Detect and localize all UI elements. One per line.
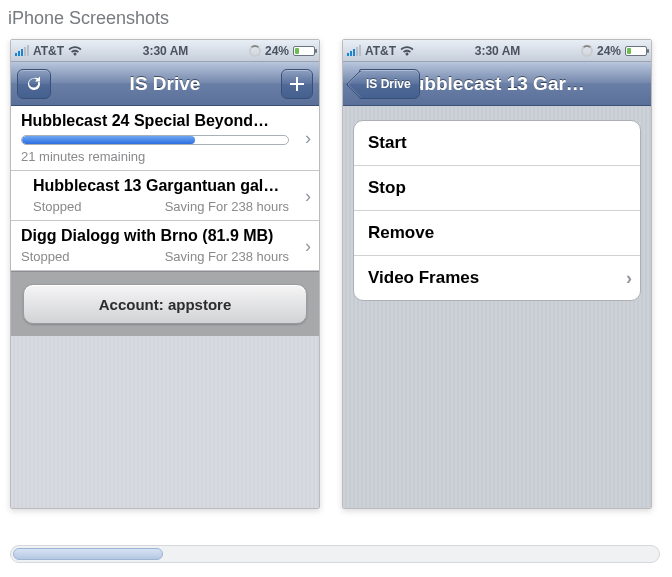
page-heading: iPhone Screenshots xyxy=(0,0,672,39)
chevron-right-icon: › xyxy=(626,268,632,289)
screenshot-1: AT&T 3:30 AM 24% IS Drive Hub xyxy=(10,39,320,509)
refresh-button[interactable] xyxy=(17,69,51,99)
battery-percent: 24% xyxy=(265,44,289,58)
battery-icon xyxy=(625,46,647,56)
nav-bar: IS Drive xyxy=(11,62,319,106)
wifi-icon xyxy=(400,46,414,56)
item-status-left: Stopped xyxy=(33,199,81,214)
action-remove[interactable]: Remove xyxy=(354,211,640,256)
clock-label: 3:30 AM xyxy=(414,44,581,58)
nav-title: IS Drive xyxy=(11,73,319,95)
plus-icon xyxy=(290,77,304,91)
scrollbar-thumb[interactable] xyxy=(13,548,163,560)
back-button[interactable]: IS Drive xyxy=(359,69,420,99)
item-status-left: Stopped xyxy=(21,249,69,264)
action-label: Remove xyxy=(368,223,434,242)
item-title: Hubblecast 13 Gargantuan gal… xyxy=(33,177,289,195)
status-bar: AT&T 3:30 AM 24% xyxy=(11,40,319,62)
item-title: Digg Dialogg with Brno (81.9 MB) xyxy=(21,227,289,245)
item-status-right: Saving For 238 hours xyxy=(165,199,289,214)
item-status-right: Saving For 238 hours xyxy=(165,249,289,264)
action-label: Video Frames xyxy=(368,268,479,287)
item-status-left: 21 minutes remaining xyxy=(21,149,145,164)
list-item[interactable]: Digg Dialogg with Brno (81.9 MB) Stopped… xyxy=(11,221,319,271)
status-bar: AT&T 3:30 AM 24% xyxy=(343,40,651,62)
back-label: IS Drive xyxy=(366,77,411,91)
action-video-frames[interactable]: Video Frames › xyxy=(354,256,640,300)
signal-icon xyxy=(347,46,361,56)
battery-percent: 24% xyxy=(597,44,621,58)
list-item[interactable]: Hubblecast 24 Special Beyond… 21 minutes… xyxy=(11,106,319,171)
screenshot-2: AT&T 3:30 AM 24% IS Drive Hubblecast 13 … xyxy=(342,39,652,509)
refresh-icon xyxy=(26,76,42,92)
action-label: Stop xyxy=(368,178,406,197)
action-stop[interactable]: Stop xyxy=(354,166,640,211)
carrier-label: AT&T xyxy=(365,44,396,58)
activity-spinner-icon xyxy=(249,45,261,57)
account-button[interactable]: Account: appstore xyxy=(23,284,307,324)
chevron-right-icon: › xyxy=(305,128,311,149)
signal-icon xyxy=(15,46,29,56)
horizontal-scrollbar[interactable] xyxy=(10,545,660,563)
battery-icon xyxy=(293,46,315,56)
progress-bar xyxy=(21,135,289,145)
clock-label: 3:30 AM xyxy=(82,44,249,58)
item-title: Hubblecast 24 Special Beyond… xyxy=(21,112,289,130)
list-item[interactable]: Hubblecast 13 Gargantuan gal… Stopped Sa… xyxy=(11,171,319,221)
chevron-right-icon: › xyxy=(305,185,311,206)
actions-panel: Start Stop Remove Video Frames › xyxy=(343,106,651,508)
nav-bar: IS Drive Hubblecast 13 Garga… xyxy=(343,62,651,106)
activity-spinner-icon xyxy=(581,45,593,57)
account-region: Account: appstore xyxy=(11,271,319,336)
add-button[interactable] xyxy=(281,69,313,99)
carrier-label: AT&T xyxy=(33,44,64,58)
chevron-right-icon: › xyxy=(305,235,311,256)
action-start[interactable]: Start xyxy=(354,121,640,166)
wifi-icon xyxy=(68,46,82,56)
actions-group: Start Stop Remove Video Frames › xyxy=(353,120,641,301)
downloads-list: Hubblecast 24 Special Beyond… 21 minutes… xyxy=(11,106,319,508)
action-label: Start xyxy=(368,133,407,152)
